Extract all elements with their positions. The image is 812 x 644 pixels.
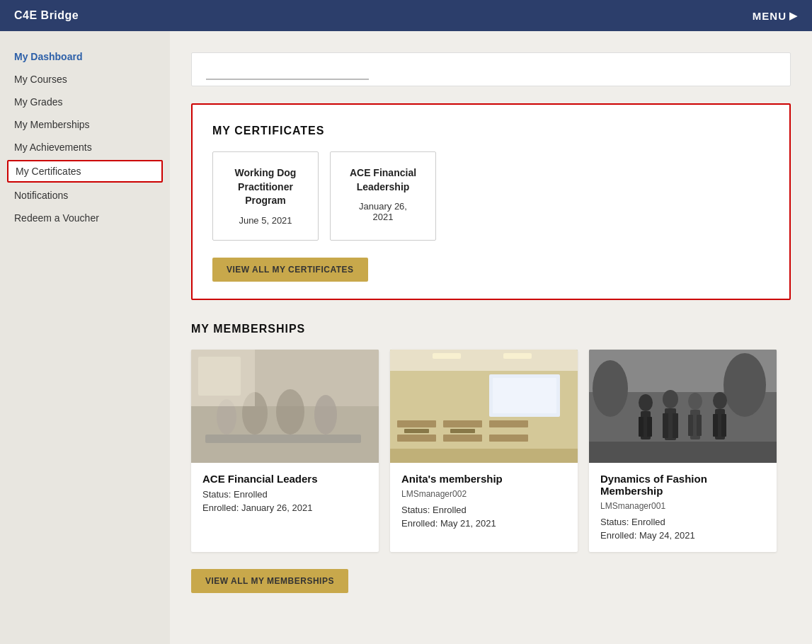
membership-card[interactable]: ACE Financial Leaders Status: Enrolled E… <box>191 350 379 552</box>
svg-rect-31 <box>647 417 652 437</box>
svg-rect-17 <box>489 420 528 427</box>
sidebar-item-my-achievements[interactable]: My Achievements <box>0 136 170 159</box>
membership-card-title: ACE Financial Leaders <box>202 473 367 485</box>
membership-card-enrolled: Enrolled: May 21, 2021 <box>401 518 566 529</box>
svg-rect-30 <box>639 417 644 437</box>
svg-rect-11 <box>433 353 461 359</box>
membership-card[interactable]: Dynamics of Fashion Membership LMSmanage… <box>589 350 777 552</box>
certificates-section: MY CERTIFICATES Working Dog Practitioner… <box>191 103 791 300</box>
svg-point-4 <box>314 395 337 435</box>
svg-point-40 <box>713 392 727 409</box>
certificate-card[interactable]: Working Dog Practitioner Program June 5,… <box>212 151 319 241</box>
certificates-section-title: MY CERTIFICATES <box>212 125 770 137</box>
cert-card-date: January 26, 2021 <box>348 201 418 222</box>
svg-rect-6 <box>205 435 361 443</box>
svg-rect-35 <box>673 413 678 438</box>
membership-card[interactable]: Anita's membership LMSmanager002 Status:… <box>390 350 578 552</box>
svg-rect-14 <box>493 378 556 413</box>
memberships-section-title: MY MEMBERSHIPS <box>191 323 791 335</box>
membership-card-title: Dynamics of Fashion Membership <box>600 473 765 497</box>
layout: My Dashboard My Courses My Grades My Mem… <box>0 31 812 644</box>
svg-rect-15 <box>397 420 436 427</box>
svg-rect-20 <box>489 435 528 442</box>
svg-point-28 <box>639 394 653 411</box>
svg-rect-21 <box>404 429 429 433</box>
membership-card-enrolled: Enrolled: January 26, 2021 <box>202 502 367 513</box>
svg-rect-18 <box>397 435 436 442</box>
membership-card-status: Status: Enrolled <box>401 505 566 515</box>
svg-rect-42 <box>713 414 718 437</box>
membership-card-title: Anita's membership <box>401 473 566 485</box>
svg-rect-44 <box>589 442 777 463</box>
sidebar-item-my-grades[interactable]: My Grades <box>0 91 170 113</box>
svg-rect-39 <box>697 415 702 436</box>
sidebar-item-my-courses[interactable]: My Courses <box>0 68 170 91</box>
sidebar-item-notifications[interactable]: Notifications <box>0 184 170 207</box>
app-title: C4E Bridge <box>14 9 79 22</box>
menu-button[interactable]: MENU ▶ <box>753 10 798 22</box>
membership-card-manager: LMSmanager001 <box>600 501 765 511</box>
svg-rect-12 <box>503 353 532 359</box>
cert-card-date: June 5, 2021 <box>230 215 301 226</box>
svg-point-3 <box>276 389 304 435</box>
svg-rect-23 <box>390 449 578 463</box>
chevron-right-icon: ▶ <box>789 10 798 21</box>
membership-card-image <box>191 350 379 463</box>
sidebar-item-my-dashboard[interactable]: My Dashboard <box>0 45 170 68</box>
membership-cards-container: ACE Financial Leaders Status: Enrolled E… <box>191 350 791 552</box>
svg-rect-8 <box>198 357 241 396</box>
svg-rect-22 <box>450 429 475 433</box>
membership-card-image <box>589 350 777 463</box>
memberships-section: MY MEMBERSHIPS <box>191 323 791 593</box>
sidebar: My Dashboard My Courses My Grades My Mem… <box>0 31 170 644</box>
svg-point-27 <box>724 353 766 417</box>
sidebar-item-my-certificates[interactable]: My Certificates <box>7 160 163 183</box>
membership-card-status: Status: Enrolled <box>600 517 765 527</box>
membership-card-enrolled: Enrolled: May 24, 2021 <box>600 530 765 541</box>
svg-point-32 <box>663 390 678 408</box>
view-all-certificates-button[interactable]: VIEW ALL MY CERTIFICATES <box>212 258 368 282</box>
membership-card-image <box>390 350 578 463</box>
membership-card-status: Status: Enrolled <box>202 489 367 500</box>
svg-point-36 <box>688 393 702 410</box>
certificate-cards: Working Dog Practitioner Program June 5,… <box>212 151 770 241</box>
cert-card-name: Working Dog Practitioner Program <box>230 166 301 208</box>
top-nav: C4E Bridge MENU ▶ <box>0 0 812 31</box>
svg-rect-16 <box>443 420 482 427</box>
membership-card-manager: LMSmanager002 <box>401 489 566 499</box>
sidebar-item-redeem-voucher[interactable]: Redeem a Voucher <box>0 207 170 229</box>
svg-rect-38 <box>688 415 693 436</box>
svg-point-26 <box>593 360 628 417</box>
cert-card-name: ACE Financial Leadership <box>348 166 418 194</box>
view-all-memberships-button[interactable]: VIEW ALL MY MEMBERSHIPS <box>191 569 348 593</box>
svg-rect-34 <box>663 413 668 438</box>
main-content: MY CERTIFICATES Working Dog Practitioner… <box>170 31 812 644</box>
certificate-card[interactable]: ACE Financial Leadership January 26, 202… <box>330 151 436 241</box>
svg-rect-43 <box>721 414 726 437</box>
svg-rect-19 <box>443 435 482 442</box>
svg-rect-10 <box>390 350 578 371</box>
sidebar-item-my-memberships[interactable]: My Memberships <box>0 113 170 136</box>
